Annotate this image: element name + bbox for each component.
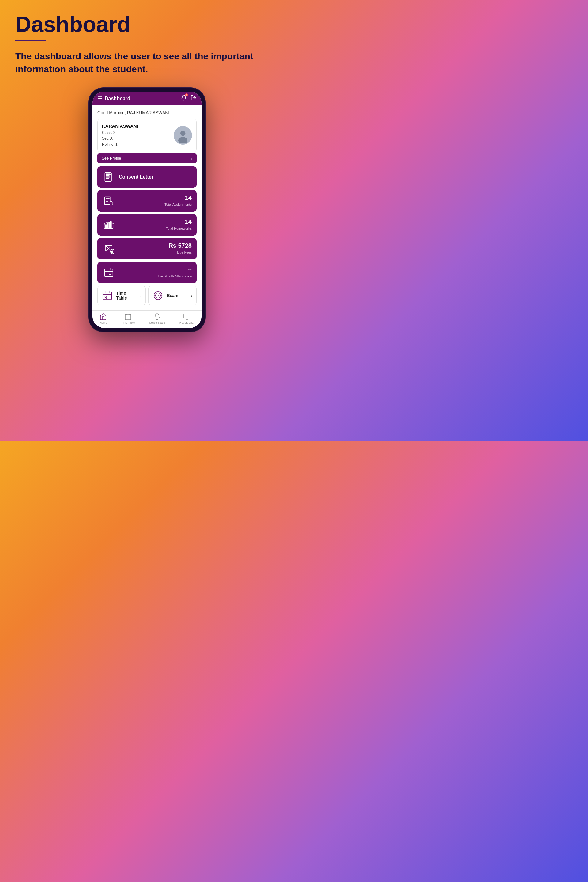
homeworks-value-box: 14 Total Homeworks <box>166 218 192 231</box>
homeworks-icon <box>102 218 115 231</box>
page-title: Dashboard <box>15 12 279 36</box>
menu-card-attendance[interactable]: -- This Month Attendance <box>98 262 196 283</box>
homeworks-sublabel: Total Homeworks <box>166 226 192 230</box>
svg-rect-8 <box>106 178 109 178</box>
phone-wrapper: ☰ Dashboard 0 <box>15 88 279 332</box>
svg-rect-9 <box>105 172 111 173</box>
nav-reportcard[interactable]: Report Ca... <box>180 313 195 324</box>
svg-rect-18 <box>105 225 106 228</box>
see-profile-label: See Profile <box>102 156 121 160</box>
svg-rect-20 <box>109 222 110 228</box>
assignments-value-box: 14 Total Assignments <box>165 195 192 207</box>
svg-rect-5 <box>106 174 110 175</box>
bell-icon[interactable]: 0 <box>181 94 187 102</box>
svg-rect-7 <box>106 177 110 177</box>
nav-reportcard-label: Report Ca... <box>180 321 195 324</box>
svg-text:$: $ <box>111 250 113 253</box>
consent-icon <box>102 171 115 183</box>
student-name: KARAN ASWANI <box>102 123 138 129</box>
topbar-left: ☰ Dashboard <box>98 95 130 102</box>
nav-noticeboard[interactable]: Notice Board <box>149 313 165 324</box>
svg-rect-6 <box>106 175 110 176</box>
exam-icon <box>152 290 164 302</box>
timetable-icon <box>101 290 113 302</box>
attendance-value-box: -- This Month Attendance <box>157 266 192 279</box>
student-card: KARAN ASWANI Class: 2 Sec: A Roll no: 1 <box>98 119 196 152</box>
homeworks-number: 14 <box>166 218 192 225</box>
svg-rect-44 <box>125 314 131 320</box>
student-info: KARAN ASWANI Class: 2 Sec: A Roll no: 1 <box>102 123 138 148</box>
menu-card-fees[interactable]: $ Rs 5728 Due Fees <box>98 238 196 260</box>
fees-icon: $ <box>102 242 115 255</box>
svg-rect-19 <box>107 223 108 228</box>
menu-card-fees-left: $ <box>102 242 115 255</box>
hamburger-icon[interactable]: ☰ <box>98 95 102 102</box>
fees-value-box: Rs 5728 Due Fees <box>168 242 192 255</box>
bottom-card-exam[interactable]: Exam › <box>148 286 196 305</box>
nav-timetable-label: Time Table <box>121 321 135 324</box>
logout-icon[interactable] <box>190 94 196 102</box>
page-description: The dashboard allows the user to see all… <box>15 50 279 76</box>
menu-card-consent-left: Consent Letter <box>102 171 153 183</box>
student-avatar <box>174 126 192 144</box>
assignments-sublabel: Total Assignments <box>165 203 192 206</box>
bell-badge: 0 <box>185 93 188 96</box>
nav-home[interactable]: Home <box>99 313 107 324</box>
phone-device: ☰ Dashboard 0 <box>89 88 205 332</box>
app-body: Good Morning, RAJ KUMAR ASWANI KARAN ASW… <box>93 105 201 310</box>
see-profile-arrow: › <box>191 156 192 161</box>
greeting-text: Good Morning, RAJ KUMAR ASWANI <box>98 110 196 115</box>
nav-noticeboard-label: Notice Board <box>149 321 165 324</box>
topbar-title: Dashboard <box>105 96 130 101</box>
fees-sublabel: Due Fees <box>177 250 192 254</box>
student-roll: Roll no: 1 <box>102 142 138 148</box>
menu-card-assignments[interactable]: 14 Total Assignments <box>98 190 196 212</box>
nav-timetable[interactable]: Time Table <box>121 313 135 324</box>
menu-card-consent[interactable]: Consent Letter <box>98 166 196 188</box>
bottom-nav: Home Time Table <box>93 310 201 328</box>
timetable-arrow: › <box>140 293 142 298</box>
timetable-label: TimeTable <box>116 291 137 300</box>
attendance-icon <box>102 266 115 279</box>
svg-rect-48 <box>184 314 190 318</box>
menu-card-assignments-left <box>102 195 115 207</box>
topbar-right: 0 <box>181 94 196 102</box>
exam-text: Exam <box>167 293 188 298</box>
page-wrapper: Dashboard The dashboard allows the user … <box>0 0 294 332</box>
assignments-number: 14 <box>165 195 192 201</box>
consent-label: Consent Letter <box>119 174 153 180</box>
menu-card-homeworks[interactable]: 14 Total Homeworks <box>98 214 196 236</box>
svg-rect-24 <box>105 269 113 276</box>
exam-label: Exam <box>167 293 188 298</box>
bottom-card-timetable[interactable]: TimeTable › <box>98 286 146 305</box>
bottom-cards: TimeTable › <box>98 286 196 305</box>
see-profile-button[interactable]: See Profile › <box>98 153 196 163</box>
nav-home-label: Home <box>99 321 107 324</box>
student-section: Sec: A <box>102 136 138 141</box>
student-class: Class: 2 <box>102 130 138 136</box>
fees-number: Rs 5728 <box>168 242 192 249</box>
phone-screen: ☰ Dashboard 0 <box>93 92 201 328</box>
attendance-number: -- <box>157 266 192 273</box>
svg-point-2 <box>180 131 186 136</box>
attendance-sublabel: This Month Attendance <box>157 274 192 278</box>
title-underline <box>15 39 46 41</box>
menu-card-homeworks-left <box>102 218 115 231</box>
menu-card-attendance-left <box>102 266 115 279</box>
timetable-text: TimeTable <box>116 291 137 300</box>
assignments-icon <box>102 195 115 207</box>
app-topbar: ☰ Dashboard 0 <box>93 92 201 105</box>
exam-arrow: › <box>191 293 193 298</box>
